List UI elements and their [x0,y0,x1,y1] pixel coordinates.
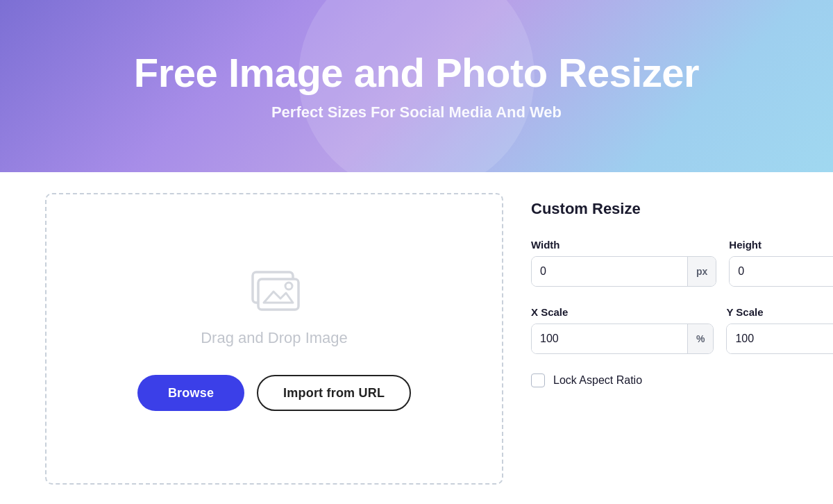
import-url-button[interactable]: Import from URL [257,375,411,411]
x-scale-field: X Scale % [531,306,714,354]
custom-resize-panel: Custom Resize Width px Height px [524,193,788,387]
height-label: Height [729,239,833,251]
width-label: Width [531,239,716,251]
image-placeholder-icon [243,267,305,317]
page-header: Free Image and Photo Resizer Perfect Siz… [0,0,833,172]
upload-buttons: Browse Import from URL [137,375,411,411]
y-scale-input[interactable] [727,324,833,353]
upload-area-wrapper: Drag and Drop Image Browse Import from U… [45,193,503,485]
y-scale-input-group: % [726,324,833,354]
x-scale-label: X Scale [531,306,714,318]
width-field: Width px [531,239,716,287]
panel-title: Custom Resize [531,200,788,218]
height-field: Height px [729,239,833,287]
y-scale-label: Y Scale [726,306,833,318]
width-input[interactable] [532,257,687,286]
width-input-group: px [531,256,716,287]
width-unit: px [687,257,716,286]
dimensions-row: Width px Height px [531,239,788,287]
height-input-group: px [729,256,833,287]
height-input[interactable] [730,257,833,286]
lock-aspect-label: Lock Aspect Ratio [553,374,642,387]
lock-aspect-checkbox[interactable] [531,373,545,387]
main-content: Drag and Drop Image Browse Import from U… [0,172,833,504]
y-scale-field: Y Scale % [726,306,833,354]
page-title: Free Image and Photo Resizer [134,51,699,95]
browse-button[interactable]: Browse [137,375,244,411]
x-scale-input[interactable] [532,324,687,353]
upload-area[interactable]: Drag and Drop Image Browse Import from U… [45,193,503,485]
scale-row: X Scale % Y Scale % [531,306,788,354]
drag-drop-text: Drag and Drop Image [201,329,348,347]
page-subtitle: Perfect Sizes For Social Media And Web [271,103,562,121]
x-scale-input-group: % [531,324,714,354]
lock-aspect-row: Lock Aspect Ratio [531,373,788,387]
x-scale-unit: % [687,324,713,353]
